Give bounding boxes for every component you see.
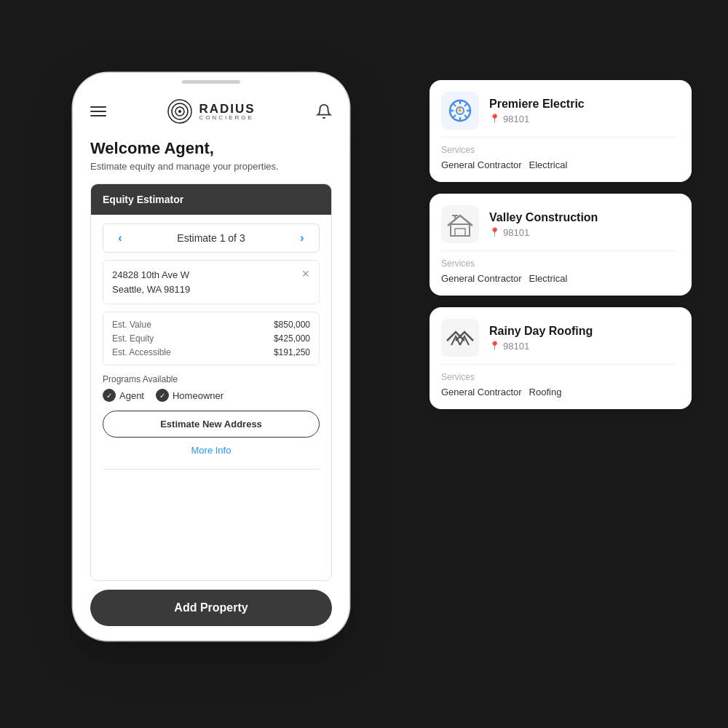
service-card-roofing[interactable]: Rainy Day Roofing 📍 98101 Services Gener… [430, 307, 692, 409]
logo-sub-text: CONCIERGE [199, 115, 255, 121]
service-card-header-construction: Valley Construction 📍 98101 [441, 205, 677, 243]
service-card-header-electric: Premiere Electric 📍 98101 [441, 92, 677, 130]
equity-card-header: Equity Estimator [91, 184, 331, 215]
pin-icon-construction: 📍 [489, 227, 500, 237]
logo-text: RADIUS CONCIERGE [199, 103, 255, 121]
estimator-nav: ‹ Estimate 1 of 3 › [103, 223, 320, 253]
est-value-amount: $850,000 [274, 320, 310, 330]
phone-notch-bar [73, 73, 349, 87]
add-property-button[interactable]: Add Property [90, 590, 332, 626]
phone-screen: RADIUS CONCIERGE Welcome Agent, Estimate… [73, 87, 349, 641]
est-accessible-label: Est. Accessible [112, 347, 171, 357]
services-label-electric: Services [441, 145, 677, 155]
service-tag-electrical-1: Electrical [529, 159, 568, 170]
homeowner-program-badge: ✓ Homeowner [156, 389, 223, 402]
agent-program-label: Agent [119, 390, 144, 401]
welcome-subtitle: Estimate equity and manage your properti… [90, 161, 332, 172]
equity-body: ‹ Estimate 1 of 3 › 24828 10th Ave W Sea… [91, 215, 331, 580]
est-value-label: Est. Value [112, 320, 151, 330]
est-equity-row: Est. Equity $425,000 [112, 333, 310, 344]
divider [103, 469, 320, 470]
app-content: Welcome Agent, Estimate equity and manag… [73, 133, 349, 581]
service-info-construction: Valley Construction 📍 98101 [489, 211, 677, 238]
logo-area: RADIUS CONCIERGE [167, 98, 255, 124]
homeowner-program-label: Homeowner [173, 390, 223, 401]
estimate-new-address-button[interactable]: Estimate New Address [103, 411, 320, 438]
welcome-title: Welcome Agent, [90, 139, 332, 158]
est-equity-amount: $425,000 [274, 333, 310, 344]
service-divider-roofing [441, 364, 677, 365]
address-text: 24828 10th Ave W Seattle, WA 98119 [112, 268, 190, 296]
programs-title: Programs Available [103, 374, 320, 384]
hamburger-menu-icon[interactable] [90, 106, 106, 116]
next-estimate-button[interactable]: › [294, 230, 310, 246]
address-row: 24828 10th Ave W Seattle, WA 98119 ✕ [103, 260, 320, 304]
agent-check-icon: ✓ [103, 389, 116, 402]
close-address-button[interactable]: ✕ [301, 268, 310, 280]
electric-gear-icon [447, 98, 473, 124]
service-tag-roofing-3: Roofing [529, 387, 562, 397]
service-tags-roofing: General Contractor Roofing [441, 387, 677, 397]
pin-icon-electric: 📍 [489, 114, 500, 124]
service-tags-electric: General Contractor Electrical [441, 159, 677, 170]
service-location-roofing: 📍 98101 [489, 341, 677, 352]
agent-program-badge: ✓ Agent [103, 389, 144, 402]
service-card-construction[interactable]: Valley Construction 📍 98101 Services Gen… [430, 194, 692, 296]
service-tags-section-construction: Services General Contractor Electrical [441, 258, 677, 284]
service-cards-container: Premiere Electric 📍 98101 Services Gener… [430, 80, 692, 409]
service-zip-construction: 98101 [503, 227, 529, 238]
homeowner-check-icon: ✓ [156, 389, 169, 402]
service-name-construction: Valley Construction [489, 211, 677, 224]
est-accessible-amount: $191,250 [274, 347, 310, 357]
electric-service-logo [441, 92, 479, 130]
service-info-roofing: Rainy Day Roofing 📍 98101 [489, 325, 677, 352]
prev-estimate-button[interactable]: ‹ [112, 230, 128, 246]
est-accessible-row: Est. Accessible $191,250 [112, 347, 310, 357]
services-label-roofing: Services [441, 372, 677, 382]
service-zip-roofing: 98101 [503, 341, 529, 352]
svg-point-3 [178, 110, 181, 113]
roofing-service-logo [441, 319, 479, 357]
service-location-electric: 📍 98101 [489, 114, 677, 124]
est-value-row: Est. Value $850,000 [112, 320, 310, 330]
programs-section: Programs Available ✓ Agent ✓ Homeowner [103, 373, 320, 403]
service-zip-electric: 98101 [503, 114, 529, 124]
more-info-link[interactable]: More Info [103, 445, 320, 456]
services-label-construction: Services [441, 258, 677, 269]
construction-house-icon [445, 211, 475, 237]
address-line2: Seattle, WA 98119 [112, 284, 190, 295]
construction-service-logo [441, 205, 479, 243]
roofing-icon [443, 325, 478, 351]
app-header: RADIUS CONCIERGE [73, 87, 349, 133]
service-divider-construction [441, 250, 677, 251]
equity-card: Equity Estimator ‹ Estimate 1 of 3 › 2 [90, 183, 332, 581]
service-name-electric: Premiere Electric [489, 98, 677, 111]
scene: RADIUS CONCIERGE Welcome Agent, Estimate… [36, 36, 692, 692]
service-tag-general-3: General Contractor [441, 387, 522, 397]
service-card-electric[interactable]: Premiere Electric 📍 98101 Services Gener… [430, 80, 692, 182]
service-tags-section-roofing: Services General Contractor Roofing [441, 372, 677, 397]
service-tags-section-electric: Services General Contractor Electrical [441, 145, 677, 170]
phone-bottom: Add Property [73, 581, 349, 641]
est-equity-label: Est. Equity [112, 333, 154, 344]
phone-notch [182, 80, 240, 84]
values-section: Est. Value $850,000 Est. Equity $425,000… [103, 312, 320, 365]
pin-icon-roofing: 📍 [489, 341, 500, 351]
service-tag-general-2: General Contractor [441, 273, 522, 284]
service-location-construction: 📍 98101 [489, 227, 677, 238]
logo-icon [167, 98, 193, 124]
estimate-counter: Estimate 1 of 3 [177, 232, 245, 244]
service-tag-general-1: General Contractor [441, 159, 522, 170]
notification-bell-icon[interactable] [316, 103, 332, 119]
service-tag-electrical-2: Electrical [529, 273, 568, 284]
address-line1: 24828 10th Ave W [112, 269, 189, 280]
phone: RADIUS CONCIERGE Welcome Agent, Estimate… [73, 73, 349, 641]
svg-rect-6 [451, 224, 470, 236]
service-tags-construction: General Contractor Electrical [441, 273, 677, 284]
svg-rect-7 [455, 229, 465, 236]
equity-header-text: Equity Estimator [103, 194, 183, 205]
service-name-roofing: Rainy Day Roofing [489, 325, 677, 338]
programs-badges: ✓ Agent ✓ Homeowner [103, 389, 320, 402]
logo-main-text: RADIUS [199, 103, 255, 115]
service-card-header-roofing: Rainy Day Roofing 📍 98101 [441, 319, 677, 357]
